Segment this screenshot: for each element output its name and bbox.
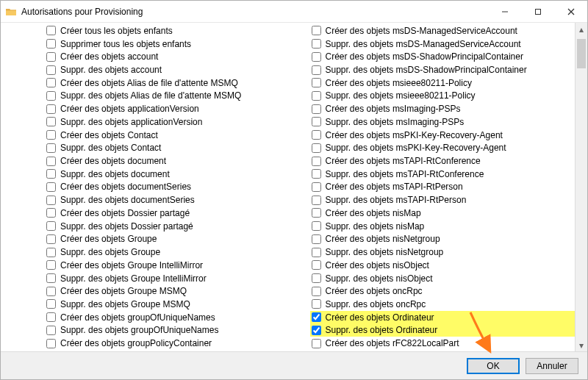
permission-checkbox[interactable]: [46, 117, 56, 126]
permission-item: Créer des objets msDS-ManagedServiceAcco…: [310, 24, 576, 37]
permission-checkbox[interactable]: [312, 130, 321, 140]
permission-label: Créer tous les objets enfants: [60, 26, 173, 36]
permission-checkbox[interactable]: [312, 104, 321, 114]
permission-checkbox[interactable]: [46, 104, 56, 114]
permission-label: Suppr. des objets Alias de file d'attent…: [60, 90, 241, 101]
permission-checkbox[interactable]: [312, 221, 321, 231]
permission-item: Suppr. des objets nisNetgroup: [310, 245, 576, 259]
permission-checkbox[interactable]: [312, 39, 321, 49]
permission-item: Créer des objets groupPolicyContainer: [45, 337, 310, 350]
close-button[interactable]: [554, 1, 587, 22]
permission-label: Suppr. des objets msDS-ManagedServiceAcc…: [326, 39, 521, 49]
permission-checkbox[interactable]: [46, 273, 56, 283]
permission-label: Suppr. des objets documentSeries: [60, 195, 195, 205]
svg-rect-1: [535, 9, 540, 14]
permission-checkbox[interactable]: [312, 234, 321, 244]
permission-label: Créer des objets document: [60, 156, 166, 166]
permission-item: Créer des objets msImaging-PSPs: [310, 102, 576, 115]
permission-checkbox[interactable]: [46, 248, 56, 257]
permission-checkbox[interactable]: [312, 143, 321, 153]
permission-label: Suppr. des objets Ordinateur: [326, 325, 438, 335]
permission-item: Créer des objets account: [45, 50, 310, 63]
permission-item: Créer des objets Ordinateur: [310, 311, 576, 324]
permission-item: Créer des objets oncRpc: [310, 284, 576, 298]
cancel-button[interactable]: Annuler: [526, 358, 578, 374]
permission-item: Créer tous les objets enfants: [45, 24, 310, 37]
permission-item: Créer des objets Groupe: [45, 233, 310, 246]
scroll-thumb[interactable]: [577, 39, 586, 68]
permission-checkbox[interactable]: [46, 299, 56, 309]
permission-checkbox[interactable]: [312, 248, 321, 257]
permission-label: Suppr. des objets oncRpc: [326, 299, 426, 309]
permission-label: Créer des objets Groupe MSMQ: [60, 286, 187, 296]
permission-checkbox[interactable]: [46, 143, 56, 153]
permission-checkbox[interactable]: [46, 208, 56, 218]
permission-checkbox[interactable]: [46, 339, 56, 348]
permission-checkbox[interactable]: [312, 287, 321, 296]
permission-item: Créer des objets msieee80211-Policy: [310, 76, 576, 90]
permission-label: Créer des objets groupOfUniqueNames: [60, 312, 215, 323]
permission-checkbox[interactable]: [312, 326, 321, 335]
permission-item: Créer des objets groupOfUniqueNames: [45, 311, 310, 324]
permission-checkbox[interactable]: [46, 169, 56, 179]
permission-checkbox[interactable]: [46, 52, 56, 62]
permission-item: Suppr. des objets msDS-ShadowPrincipalCo…: [310, 63, 576, 76]
ok-button[interactable]: OK: [467, 358, 520, 374]
permission-checkbox[interactable]: [312, 157, 321, 166]
permission-item: Suppr. des objets Dossier partagé: [45, 220, 310, 233]
maximize-button[interactable]: [521, 1, 554, 22]
permission-label: Créer des objets msImaging-PSPs: [326, 104, 461, 114]
permission-checkbox[interactable]: [46, 65, 56, 75]
vertical-scrollbar[interactable]: ▴ ▾: [575, 23, 587, 351]
permission-checkbox[interactable]: [312, 91, 321, 101]
permission-checkbox[interactable]: [312, 312, 321, 322]
permission-checkbox[interactable]: [312, 299, 321, 309]
permission-checkbox[interactable]: [46, 196, 56, 205]
permission-label: Créer des objets msPKI-Key-Recovery-Agen…: [326, 130, 503, 140]
permission-checkbox[interactable]: [312, 196, 321, 205]
permission-item: Créer des objets msPKI-Key-Recovery-Agen…: [310, 129, 576, 142]
scroll-up-icon[interactable]: ▴: [576, 23, 587, 35]
permission-item: Créer des objets msDS-ShadowPrincipalCon…: [310, 50, 576, 63]
permission-label: Créer des objets msTAPI-RtConference: [326, 156, 481, 166]
dialog-window: Autorisations pour Provisioning Créer to…: [0, 0, 588, 380]
permission-checkbox[interactable]: [312, 208, 321, 218]
permission-label: Créer des objets msTAPI-RtPerson: [326, 182, 463, 192]
permission-item: Suppr. des objets msDS-ManagedServiceAcc…: [310, 37, 576, 51]
permission-item: Supprimer tous les objets enfants: [45, 37, 310, 51]
permission-checkbox[interactable]: [46, 287, 56, 296]
permission-checkbox[interactable]: [46, 157, 56, 166]
permission-checkbox[interactable]: [312, 117, 321, 126]
permission-checkbox[interactable]: [46, 234, 56, 244]
permission-checkbox[interactable]: [46, 182, 56, 192]
permission-checkbox[interactable]: [312, 273, 321, 283]
permission-label: Suppr. des objets Groupe MSMQ: [60, 299, 190, 309]
permission-label: Suppr. des objets nisObject: [326, 273, 433, 284]
permission-checkbox[interactable]: [46, 260, 56, 270]
permission-item: Créer des objets documentSeries: [45, 181, 310, 194]
permission-checkbox[interactable]: [46, 221, 56, 231]
minimize-button[interactable]: [488, 1, 521, 22]
permission-checkbox[interactable]: [46, 130, 56, 140]
permission-item: Suppr. des objets msTAPI-RtPerson: [310, 193, 576, 207]
permission-checkbox[interactable]: [312, 78, 321, 87]
permission-checkbox[interactable]: [312, 339, 321, 348]
permission-checkbox[interactable]: [312, 169, 321, 179]
dialog-footer: OK Annuler: [1, 351, 587, 379]
permission-checkbox[interactable]: [46, 78, 56, 87]
scroll-down-icon[interactable]: ▾: [576, 339, 587, 351]
permission-checkbox[interactable]: [46, 26, 56, 35]
permission-checkbox[interactable]: [46, 326, 56, 335]
permission-label: Créer des objets documentSeries: [60, 182, 191, 192]
permission-checkbox[interactable]: [46, 91, 56, 101]
permission-checkbox[interactable]: [46, 312, 56, 322]
permission-item: Créer des objets applicationVersion: [45, 102, 310, 115]
dialog-body: Créer tous les objets enfantsSupprimer t…: [1, 23, 587, 351]
permission-checkbox[interactable]: [312, 182, 321, 192]
permission-checkbox[interactable]: [312, 52, 321, 62]
permission-checkbox[interactable]: [312, 65, 321, 75]
permission-checkbox[interactable]: [312, 260, 321, 270]
permission-checkbox[interactable]: [312, 26, 321, 35]
permission-item: Créer des objets Alias de file d'attente…: [45, 76, 310, 90]
permission-checkbox[interactable]: [46, 39, 56, 49]
